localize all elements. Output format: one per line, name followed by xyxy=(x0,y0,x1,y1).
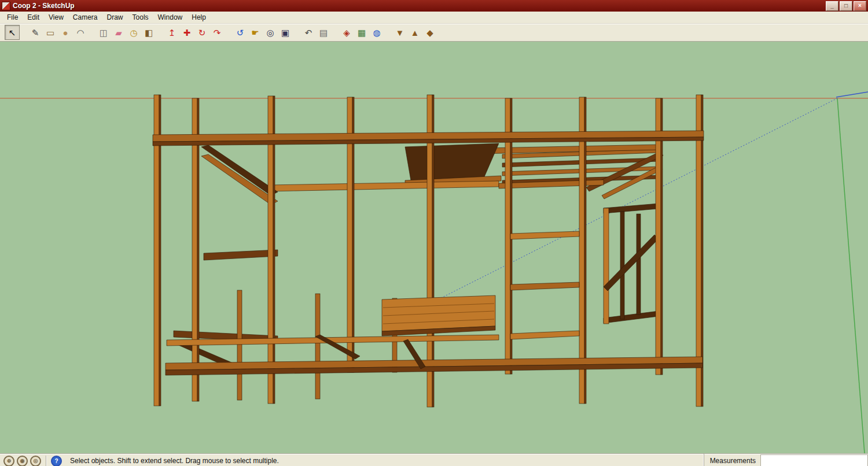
title-bar[interactable]: Coop 2 - SketchUp _□× xyxy=(0,0,868,12)
circle-tool[interactable]: ● xyxy=(58,25,73,40)
move-icon: ✚ xyxy=(183,28,191,37)
previous-view-icon: ↶ xyxy=(305,28,312,37)
status-icons: ⊕◉◎? xyxy=(0,456,65,466)
standard-views-tool[interactable]: ▤ xyxy=(316,25,331,40)
get-models-tool[interactable]: ▼ xyxy=(392,25,407,40)
close-button[interactable]: × xyxy=(854,1,866,11)
tool-group: ▼▲◆ xyxy=(392,25,437,40)
follow-me-tool[interactable]: ↷ xyxy=(209,25,225,40)
tool-group: ↥✚↻↷ xyxy=(164,25,225,40)
window-controls: _□× xyxy=(826,1,866,11)
toolbar: ↖✎▭●◠◫▰◷◧↥✚↻↷↺☛◎▣↶▤◈▦◍▼▲◆ xyxy=(0,24,868,42)
menu-view[interactable]: View xyxy=(44,12,68,23)
share-model-tool[interactable]: ▲ xyxy=(407,25,422,40)
add-location-icon: ◈ xyxy=(343,28,350,37)
status-bar: ⊕◉◎? Select objects. Shift to extend sel… xyxy=(0,453,868,466)
menu-draw[interactable]: Draw xyxy=(102,12,128,23)
measurements-label: Measurements xyxy=(710,457,756,465)
toggle-terrain-tool[interactable]: ▦ xyxy=(354,25,369,40)
share-model-icon: ▲ xyxy=(411,28,420,37)
photo-textures-tool[interactable]: ◍ xyxy=(369,25,384,40)
measurements-section: Measurements xyxy=(704,454,868,466)
toggle-terrain-icon: ▦ xyxy=(358,28,366,37)
get-models-icon: ▼ xyxy=(396,28,404,37)
status-separator xyxy=(46,456,46,466)
tool-group: ◫▰◷◧ xyxy=(96,25,156,40)
line-icon: ✎ xyxy=(32,28,39,37)
tool-group: ✎▭●◠ xyxy=(28,25,88,40)
tape-measure-tool[interactable]: ◷ xyxy=(126,25,141,40)
viewport[interactable] xyxy=(0,42,868,453)
circle-icon: ● xyxy=(62,28,68,37)
push-pull-tool[interactable]: ↥ xyxy=(164,25,179,40)
share-component-icon: ◆ xyxy=(426,28,433,37)
zoom-icon: ◎ xyxy=(266,28,274,37)
add-location-tool[interactable]: ◈ xyxy=(339,25,354,40)
help-icon[interactable]: ? xyxy=(51,456,62,466)
share-component-tool[interactable]: ◆ xyxy=(422,25,437,40)
photo-textures-icon: ◍ xyxy=(373,28,380,37)
menu-camera[interactable]: Camera xyxy=(68,12,102,23)
window-title: Coop 2 - SketchUp xyxy=(13,2,826,10)
standard-views-icon: ▤ xyxy=(319,28,328,37)
sketchup-window: Coop 2 - SketchUp _□× FileEditViewCamera… xyxy=(0,0,868,466)
menu-file[interactable]: File xyxy=(2,12,23,23)
eraser-icon: ▰ xyxy=(115,28,122,37)
zoom-tool[interactable]: ◎ xyxy=(263,25,278,40)
make-component-tool[interactable]: ◫ xyxy=(96,25,111,40)
rotate-icon: ↻ xyxy=(198,28,206,37)
tool-group: ↶▤ xyxy=(301,25,331,40)
rectangle-icon: ▭ xyxy=(46,28,54,37)
menu-help[interactable]: Help xyxy=(187,12,211,23)
app-icon xyxy=(2,2,10,10)
select-tool[interactable]: ↖ xyxy=(5,25,20,40)
orbit-icon: ↺ xyxy=(237,28,244,37)
orbit-tool[interactable]: ↺ xyxy=(233,25,248,40)
previous-view-tool[interactable]: ↶ xyxy=(301,25,316,40)
status-hint: Select objects. Shift to extend select. … xyxy=(65,457,704,465)
rotate-tool[interactable]: ↻ xyxy=(194,25,209,40)
arc-tool[interactable]: ◠ xyxy=(73,25,88,40)
zoom-extents-icon: ▣ xyxy=(281,28,289,37)
follow-me-icon: ↷ xyxy=(214,28,221,37)
move-tool[interactable]: ✚ xyxy=(179,25,194,40)
menu-window[interactable]: Window xyxy=(153,12,187,23)
maximize-button[interactable]: □ xyxy=(840,1,852,11)
tool-group: ↖ xyxy=(5,25,20,40)
menu-bar: FileEditViewCameraDrawToolsWindowHelp xyxy=(0,12,868,24)
zoom-extents-tool[interactable]: ▣ xyxy=(278,25,293,40)
tool-group: ↺☛◎▣ xyxy=(233,25,293,40)
rectangle-tool[interactable]: ▭ xyxy=(43,25,58,40)
menu-edit[interactable]: Edit xyxy=(23,12,44,23)
push-pull-icon: ↥ xyxy=(168,28,176,37)
line-tool[interactable]: ✎ xyxy=(28,25,43,40)
eraser-tool[interactable]: ▰ xyxy=(111,25,126,40)
pan-icon: ☛ xyxy=(251,28,259,37)
measurements-input[interactable] xyxy=(760,454,868,466)
viewport-canvas xyxy=(0,42,868,453)
menu-tools[interactable]: Tools xyxy=(128,12,153,23)
make-component-icon: ◫ xyxy=(100,28,108,37)
paint-bucket-tool[interactable]: ◧ xyxy=(141,25,156,40)
tape-measure-icon: ◷ xyxy=(130,28,137,37)
paint-bucket-icon: ◧ xyxy=(145,28,153,37)
credit-icon[interactable]: ◉ xyxy=(17,456,28,466)
arc-icon: ◠ xyxy=(76,28,84,37)
geolocation-icon[interactable]: ⊕ xyxy=(3,456,14,466)
tool-group: ◈▦◍ xyxy=(339,25,384,40)
sign-in-icon[interactable]: ◎ xyxy=(30,456,41,466)
pan-tool[interactable]: ☛ xyxy=(248,25,263,40)
minimize-button[interactable]: _ xyxy=(826,1,838,11)
select-icon: ↖ xyxy=(9,28,16,37)
